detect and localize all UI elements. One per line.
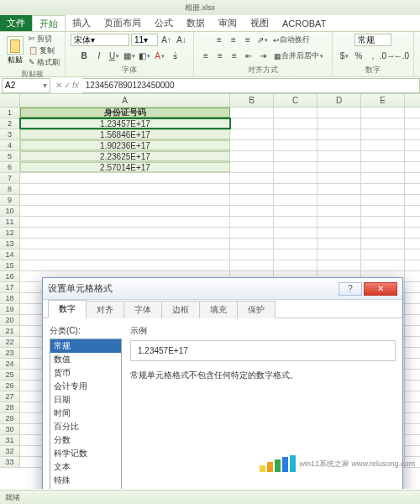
cell[interactable] — [230, 151, 274, 161]
bold-button[interactable]: B — [77, 50, 91, 62]
row-header[interactable]: 18 — [0, 293, 20, 303]
tab-review[interactable]: 审阅 — [212, 15, 244, 31]
spreadsheet-grid[interactable]: A B C D E 1身份证号码21.23457E+1731.56846E+17… — [0, 94, 420, 489]
cell[interactable] — [230, 162, 274, 172]
row-header[interactable]: 4 — [0, 140, 20, 150]
cell[interactable]: 1.56846E+17 — [20, 129, 230, 139]
row-header[interactable]: 24 — [0, 359, 20, 369]
category-listbox[interactable]: 常规数值货币会计专用日期时间百分比分数科学记数文本特殊自定义 — [50, 339, 122, 489]
indent-inc-icon[interactable]: ⇥ — [256, 50, 270, 62]
cell[interactable] — [230, 118, 274, 129]
cell[interactable] — [361, 249, 405, 260]
cell[interactable] — [361, 108, 405, 118]
cell[interactable] — [230, 184, 274, 194]
row-header[interactable]: 12 — [0, 228, 20, 238]
cell[interactable] — [318, 228, 361, 238]
cell[interactable] — [361, 184, 405, 194]
cell[interactable] — [361, 162, 405, 172]
cell[interactable] — [318, 260, 361, 270]
dialog-help-button[interactable]: ? — [339, 282, 362, 296]
fx-icon[interactable]: fx — [72, 81, 79, 90]
row-header[interactable]: 25 — [0, 370, 20, 380]
tab-data[interactable]: 数据 — [180, 15, 212, 31]
paste-button[interactable]: 粘贴 — [5, 36, 25, 66]
row-header[interactable]: 31 — [0, 435, 20, 445]
format-painter-button[interactable]: 格式刷 — [29, 57, 60, 68]
dialog-titlebar[interactable]: 设置单元格格式 ? ✕ — [43, 278, 402, 300]
wrap-text-button[interactable]: ↩ 自动换行 — [270, 34, 313, 46]
italic-button[interactable]: I — [92, 50, 106, 62]
cell[interactable] — [318, 206, 361, 216]
tab-layout[interactable]: 页面布局 — [97, 15, 148, 31]
category-item[interactable]: 数值 — [50, 353, 121, 366]
align-middle-icon[interactable]: ≡ — [227, 34, 240, 46]
row-header[interactable]: 2 — [0, 118, 20, 129]
cell[interactable] — [230, 140, 274, 150]
row-header[interactable]: 21 — [0, 326, 20, 336]
cell[interactable] — [20, 260, 230, 270]
cell[interactable] — [274, 129, 318, 139]
inc-decimal-icon[interactable]: .0→ — [381, 50, 394, 62]
cell[interactable] — [274, 173, 318, 183]
cell[interactable] — [318, 140, 361, 150]
cell[interactable] — [20, 184, 230, 194]
number-format-combo[interactable]: 常规 — [354, 34, 391, 46]
currency-icon[interactable]: $ — [338, 50, 351, 62]
row-header[interactable]: 20 — [0, 315, 20, 325]
row-header[interactable]: 10 — [0, 206, 20, 216]
cell[interactable] — [274, 195, 318, 205]
row-header[interactable]: 13 — [0, 239, 20, 249]
align-left-icon[interactable]: ≡ — [199, 50, 213, 62]
row-header[interactable]: 32 — [0, 446, 20, 456]
category-item[interactable]: 分数 — [50, 433, 121, 447]
border-button[interactable]: ▦ — [123, 50, 136, 62]
select-all-corner[interactable] — [0, 94, 20, 107]
cell[interactable] — [361, 206, 405, 216]
cell[interactable] — [274, 184, 318, 194]
tab-acrobat[interactable]: ACROBAT — [276, 15, 333, 31]
cell[interactable] — [274, 217, 318, 227]
row-header[interactable]: 33 — [0, 457, 20, 467]
tab-file[interactable]: 文件 — [0, 15, 32, 31]
cell[interactable] — [274, 228, 318, 238]
category-item[interactable]: 会计专用 — [50, 380, 121, 393]
align-right-icon[interactable]: ≡ — [228, 50, 241, 62]
dialog-tab-font[interactable]: 字体 — [123, 301, 162, 318]
cell[interactable] — [318, 184, 361, 194]
phonetic-button[interactable]: ṡ — [168, 50, 181, 62]
cell[interactable] — [318, 195, 361, 205]
cell[interactable] — [274, 108, 318, 118]
orientation-icon[interactable]: ⇗ — [255, 34, 269, 46]
align-top-icon[interactable]: ≡ — [213, 34, 226, 46]
row-header[interactable]: 26 — [0, 381, 20, 391]
cell[interactable] — [274, 239, 318, 249]
row-header[interactable]: 19 — [0, 304, 20, 314]
decrease-font-icon[interactable]: A↓ — [175, 34, 188, 46]
merge-center-button[interactable]: ▦ 合并后居中 — [270, 50, 327, 62]
cell[interactable] — [274, 206, 318, 216]
cell[interactable] — [20, 228, 230, 238]
cell[interactable] — [361, 195, 405, 205]
category-item[interactable]: 特殊 — [50, 474, 121, 487]
cell[interactable] — [20, 173, 230, 183]
font-family-combo[interactable]: 宋体 ▾ — [71, 34, 129, 46]
row-header[interactable]: 16 — [0, 271, 20, 281]
col-header-A[interactable]: A — [20, 94, 230, 107]
cell[interactable] — [20, 195, 230, 205]
cell[interactable] — [318, 129, 361, 139]
align-bottom-icon[interactable]: ≡ — [241, 34, 255, 46]
row-header[interactable]: 8 — [0, 184, 20, 194]
category-item[interactable]: 自定义 — [50, 487, 121, 489]
cell[interactable] — [20, 206, 230, 216]
dialog-tab-align[interactable]: 对齐 — [86, 301, 124, 318]
row-header[interactable]: 11 — [0, 217, 20, 227]
cell[interactable] — [318, 239, 361, 249]
col-header-E[interactable]: E — [361, 94, 405, 107]
cell[interactable] — [361, 173, 405, 183]
cell[interactable] — [361, 228, 405, 238]
cancel-formula-icon[interactable]: ✕ — [55, 81, 62, 90]
col-header-D[interactable]: D — [318, 94, 361, 107]
row-header[interactable]: 7 — [0, 173, 20, 183]
cell[interactable] — [274, 162, 318, 172]
cell[interactable] — [20, 217, 230, 227]
